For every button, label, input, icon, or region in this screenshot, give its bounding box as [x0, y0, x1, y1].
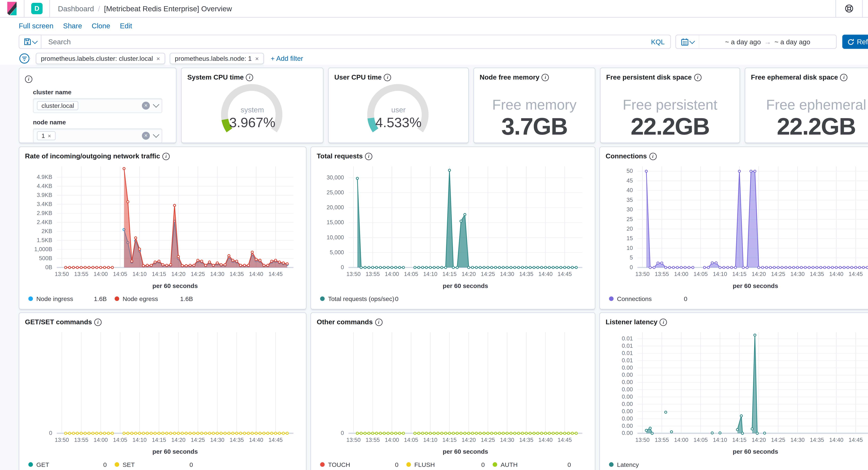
svg-text:per 60 seconds: per 60 seconds [733, 448, 778, 455]
user-cpu-gauge-panel: User CPU timei user 4.533% [328, 67, 469, 143]
info-icon: i [541, 74, 549, 81]
legend-value: 0 [395, 461, 398, 468]
legend-item[interactable]: Connections0 [609, 295, 695, 302]
legend-item[interactable]: TOUCH0 [320, 461, 406, 468]
filter-pill-node[interactable]: prometheus.labels.node: 1 × [169, 53, 264, 64]
info-icon: i [840, 74, 848, 81]
legend-label: FLUSH [414, 461, 435, 468]
date-to[interactable]: ~ a day ago [774, 38, 810, 46]
chart-canvas[interactable]: 13:5013:5514:0014:0514:1014:1514:2014:25… [317, 326, 589, 458]
other-commands-chart-panel: Other commandsi 13:5013:5514:0014:0514:1… [310, 312, 595, 470]
legend-item[interactable]: Node ingress1.6B [28, 295, 115, 302]
clear-selection-icon[interactable]: × [142, 101, 150, 110]
svg-text:14:00: 14:00 [385, 437, 399, 443]
cluster-token[interactable]: cluster.local [37, 101, 79, 110]
svg-text:13:50: 13:50 [636, 437, 650, 443]
kql-selector[interactable]: KQL [647, 38, 665, 46]
date-picker-calendar-button[interactable] [676, 35, 699, 48]
svg-text:14:45: 14:45 [268, 437, 283, 443]
svg-text:25: 25 [626, 216, 633, 222]
saved-query-button[interactable] [19, 35, 41, 49]
legend-item[interactable]: Total requests (ops/sec)0 [320, 295, 406, 302]
svg-text:0.00: 0.00 [622, 393, 633, 400]
chart-canvas[interactable]: 13:5013:5514:0014:0514:1014:1514:2014:25… [317, 161, 589, 293]
legend-value: 0 [567, 461, 571, 468]
top-header: D Dashboard / [Metricbeat Redis Enterpri… [0, 0, 868, 18]
filter-options-icon[interactable] [19, 52, 31, 65]
info-icon: i [365, 152, 373, 160]
svg-text:14:00: 14:00 [674, 437, 688, 443]
svg-text:14:30: 14:30 [210, 437, 224, 443]
share-link[interactable]: Share [63, 22, 82, 30]
svg-text:13:55: 13:55 [655, 437, 669, 443]
legend-item[interactable]: GET0 [28, 461, 115, 468]
remove-filter-icon[interactable]: × [255, 55, 259, 62]
svg-text:0.01: 0.01 [622, 343, 633, 349]
date-range[interactable]: ~ a day ago → ~ a day ago [699, 38, 836, 46]
svg-text:2KB: 2KB [41, 228, 52, 234]
svg-text:per 60 seconds: per 60 seconds [152, 448, 198, 455]
legend-item[interactable]: Node egress1.6B [115, 295, 201, 302]
svg-text:0.01: 0.01 [622, 335, 633, 342]
chevron-down-icon[interactable] [153, 101, 159, 108]
chart-canvas[interactable]: 13:5013:5514:0014:0514:1014:1514:2014:25… [25, 161, 300, 293]
svg-text:14:30: 14:30 [790, 271, 805, 277]
help-button[interactable] [836, 0, 862, 17]
chevron-down-icon[interactable] [153, 131, 159, 138]
legend-value: 0 [481, 461, 485, 468]
newsfeed-button[interactable] [862, 0, 868, 17]
clear-selection-icon[interactable]: × [142, 132, 150, 140]
full-screen-link[interactable]: Full screen [19, 22, 54, 30]
cluster-name-combobox[interactable]: cluster.local × [33, 98, 162, 113]
svg-text:14:40: 14:40 [249, 271, 264, 277]
chart-canvas[interactable]: 13:5013:5514:0014:0514:1014:1514:2014:25… [606, 161, 868, 293]
kibana-logo[interactable] [0, 0, 24, 17]
date-picker[interactable]: ~ a day ago → ~ a day ago [676, 35, 837, 49]
metric-label: Free ephemeral [766, 96, 866, 113]
search-input[interactable] [47, 37, 647, 46]
remove-token-icon[interactable]: × [48, 133, 51, 139]
legend-item[interactable]: FLUSH0 [406, 461, 493, 468]
svg-text:0.00: 0.00 [622, 430, 633, 436]
metric-value: 22.2GB [631, 113, 710, 140]
legend-value: 0 [103, 461, 107, 468]
breadcrumb-separator: / [98, 4, 100, 13]
free-memory-panel: Node free memoryi Free memory 3.7GB [473, 67, 595, 143]
legend-dot [115, 296, 119, 301]
panel-title: Other commands [317, 318, 373, 326]
svg-text:14:20: 14:20 [752, 271, 766, 277]
get-set-commands-chart-panel: GET/SET commandsi 13:5013:5514:0014:0514… [19, 312, 307, 470]
chart-canvas[interactable]: 13:5013:5514:0014:0514:1014:1514:2014:25… [25, 326, 300, 458]
filter-pill-cluster[interactable]: prometheus.labels.cluster: cluster.local… [36, 53, 165, 64]
svg-text:0: 0 [49, 430, 52, 436]
svg-text:14:30: 14:30 [790, 437, 805, 443]
panel-title: Rate of incoming/outgoing network traffi… [25, 152, 160, 160]
dashboard-toolbar: Full screen Share Clone Edit KQL [0, 18, 868, 65]
info-icon: i [384, 74, 391, 81]
remove-filter-icon[interactable]: × [156, 55, 160, 62]
panel-title: System CPU time [187, 73, 244, 81]
edit-link[interactable]: Edit [120, 22, 132, 30]
svg-text:15: 15 [626, 235, 633, 241]
info-icon: i [694, 74, 702, 81]
panel-title: Connections [606, 152, 647, 160]
svg-text:5,000: 5,000 [330, 249, 344, 256]
legend-item[interactable]: SET0 [115, 461, 201, 468]
space-badge[interactable]: D [24, 0, 50, 17]
legend-value: 0 [395, 295, 398, 302]
chart-canvas[interactable]: 13:5013:5514:0014:0514:1014:1514:2014:25… [606, 326, 868, 458]
clone-link[interactable]: Clone [92, 22, 110, 30]
add-filter-link[interactable]: + Add filter [271, 55, 303, 62]
node-token[interactable]: 1 × [37, 131, 56, 140]
search-input-box[interactable]: KQL [41, 35, 671, 49]
date-from[interactable]: ~ a day ago [725, 38, 761, 46]
refresh-button[interactable]: Refresh [842, 35, 868, 49]
legend-item[interactable]: Latency [609, 461, 695, 468]
legend-label: AUTH [501, 461, 518, 468]
svg-text:10,000: 10,000 [327, 234, 344, 240]
page-title: [Metricbeat Redis Enterprise] Overview [104, 4, 232, 13]
breadcrumb-dashboard[interactable]: Dashboard [58, 4, 94, 13]
legend-item[interactable]: AUTH0 [493, 461, 579, 468]
node-name-combobox[interactable]: 1 × × [33, 128, 162, 143]
svg-text:14:15: 14:15 [152, 437, 166, 443]
